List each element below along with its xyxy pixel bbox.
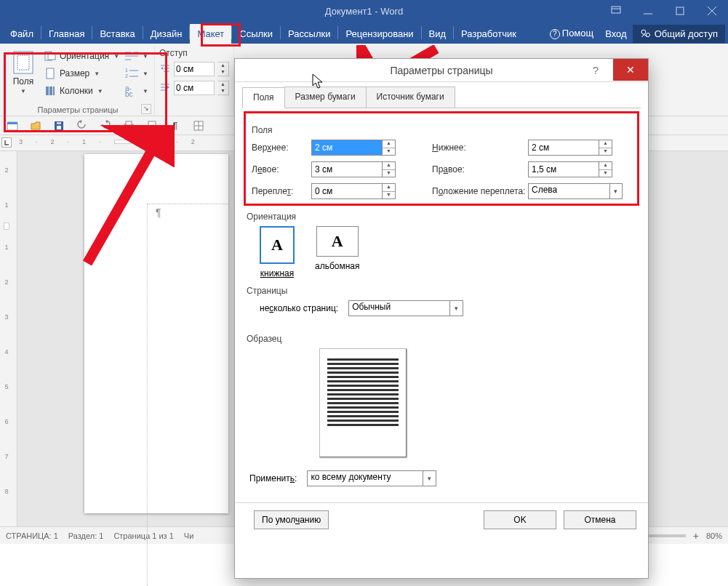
svg-rect-31: [7, 122, 17, 124]
indent-right-control[interactable]: ▲▼: [159, 79, 229, 97]
svg-rect-34: [57, 122, 61, 124]
page[interactable]: ¶: [84, 154, 228, 513]
svg-rect-15: [53, 87, 55, 95]
default-button[interactable]: По умолчанию: [254, 510, 329, 529]
tab-design[interactable]: Дизайн: [143, 24, 190, 44]
svg-text:1: 1: [125, 68, 128, 73]
dialog-titlebar[interactable]: Параметры страницы ? ✕: [235, 59, 648, 82]
svg-marker-35: [79, 121, 82, 124]
margins-button[interactable]: Поля ▼: [6, 47, 41, 97]
indent-label: Отступ: [159, 48, 229, 58]
qat-quickprint-icon[interactable]: [122, 119, 135, 132]
dialog-close-icon[interactable]: ✕: [613, 59, 648, 81]
orientation-portrait[interactable]: A книжная: [260, 226, 295, 278]
line-numbers-button[interactable]: 12▼: [124, 65, 148, 81]
bottom-margin-spinner[interactable]: ▲▼: [599, 140, 612, 156]
dialog-help-icon[interactable]: ?: [581, 59, 610, 82]
svg-rect-33: [57, 126, 61, 129]
qat-preview-icon[interactable]: [145, 119, 159, 132]
line-numbers-icon: 12: [124, 67, 140, 80]
orientation-button[interactable]: Ориентация▼: [44, 48, 119, 64]
tab-review[interactable]: Рецензировани: [338, 24, 420, 44]
hyphenation-button[interactable]: a-bc▼: [124, 83, 148, 99]
margins-section-label: Поля: [252, 125, 631, 135]
left-margin-label: Левое:: [252, 164, 310, 174]
signin-button[interactable]: Вход: [599, 24, 632, 44]
svg-marker-36: [105, 121, 108, 124]
title-bar: Документ1 - Word: [0, 0, 728, 22]
tab-references[interactable]: Ссылки: [232, 24, 280, 44]
qat-undo-icon[interactable]: [76, 119, 89, 132]
svg-text:2: 2: [125, 73, 128, 79]
status-page[interactable]: СТРАНИЦА: 1: [6, 531, 58, 540]
qat-open-icon[interactable]: [29, 119, 42, 132]
svg-text:bc: bc: [125, 90, 133, 97]
status-words[interactable]: Чи: [184, 531, 193, 540]
indent-left-icon: [159, 63, 171, 75]
status-page-of[interactable]: Страница 1 из 1: [113, 531, 173, 540]
vertical-ruler[interactable]: 21 12 34 56 78: [0, 151, 17, 526]
share-button[interactable]: Общий доступ: [633, 25, 725, 43]
indent-left-control[interactable]: ▲▼: [159, 60, 229, 79]
dialog-tab-paper[interactable]: Размер бумаги: [284, 87, 367, 108]
indent-right-spinner[interactable]: ▲▼: [217, 81, 229, 95]
gutter-spinner[interactable]: ▲▼: [383, 183, 396, 199]
tab-mailings[interactable]: Рассылки: [281, 24, 337, 44]
indent-left-spinner[interactable]: ▲▼: [217, 62, 229, 76]
landscape-icon: A: [316, 226, 359, 257]
tab-developer[interactable]: Разработчик: [454, 24, 524, 44]
apply-to-dd-icon[interactable]: ▾: [423, 470, 436, 486]
gutter-input[interactable]: [311, 183, 383, 199]
group-label-page-setup: Параметры страницы: [1, 105, 154, 114]
tab-insert[interactable]: Вставка: [92, 24, 142, 44]
qat-toggle-marks-icon[interactable]: ¶: [169, 119, 182, 132]
orientation-landscape[interactable]: A альбомная: [315, 226, 360, 278]
right-margin-input[interactable]: [528, 161, 599, 177]
breaks-button[interactable]: ▼: [124, 48, 148, 64]
indent-left-input[interactable]: [174, 62, 215, 76]
qat-save-icon[interactable]: [52, 119, 65, 132]
zoom-in-button[interactable]: +: [693, 530, 699, 542]
size-button[interactable]: Размер▼: [44, 65, 119, 81]
apply-to-select[interactable]: ко всему документу: [307, 470, 423, 486]
svg-point-6: [641, 30, 646, 34]
multi-pages-label: несколько страниц:: [260, 303, 338, 313]
size-icon: [44, 67, 57, 80]
cancel-button[interactable]: Отмена: [564, 510, 636, 529]
right-margin-spinner[interactable]: ▲▼: [599, 161, 612, 177]
dialog-tab-margins[interactable]: Поля: [242, 87, 285, 108]
tab-file[interactable]: Файл: [3, 24, 41, 44]
orientation-icon: [44, 49, 57, 63]
tab-home[interactable]: Главная: [41, 24, 92, 44]
qat-redo-icon[interactable]: [99, 119, 112, 132]
left-margin-spinner[interactable]: ▲▼: [383, 161, 396, 177]
right-margin-label: Правое:: [432, 164, 527, 174]
gutter-label: Переплет:: [252, 186, 310, 196]
tab-view[interactable]: Вид: [422, 24, 454, 44]
page-setup-dialog-launcher[interactable]: ↘: [141, 104, 151, 114]
left-margin-input[interactable]: [311, 161, 383, 177]
tab-selector[interactable]: [1, 137, 12, 148]
gutter-pos-label: Положение переплета:: [432, 186, 527, 196]
multi-pages-dd-icon[interactable]: ▾: [450, 300, 463, 316]
indent-right-icon: [159, 82, 171, 94]
gutter-pos-select[interactable]: Слева: [528, 183, 610, 199]
dialog-tab-source[interactable]: Источник бумаги: [366, 87, 455, 108]
top-margin-input[interactable]: [311, 140, 383, 156]
multi-pages-select[interactable]: Обычный: [348, 300, 450, 316]
page-setup-dialog: Параметры страницы ? ✕ Поля Размер бумаг…: [234, 58, 649, 579]
qat-explorer-icon[interactable]: [6, 119, 19, 132]
top-margin-spinner[interactable]: ▲▼: [383, 140, 396, 156]
help-button[interactable]: ?Помощ: [544, 23, 599, 44]
indent-right-input[interactable]: [174, 81, 215, 95]
share-icon: [640, 28, 650, 39]
ok-button[interactable]: OK: [484, 510, 556, 529]
bottom-margin-input[interactable]: [528, 140, 599, 156]
tab-layout[interactable]: Макет: [190, 24, 231, 44]
gutter-pos-dd-icon[interactable]: ▾: [610, 183, 623, 199]
svg-rect-14: [49, 87, 52, 95]
zoom-value[interactable]: 80%: [706, 531, 722, 540]
columns-button[interactable]: Колонки▼: [44, 83, 119, 99]
status-section[interactable]: Раздел: 1: [68, 531, 104, 540]
qat-table-icon[interactable]: [192, 119, 205, 132]
